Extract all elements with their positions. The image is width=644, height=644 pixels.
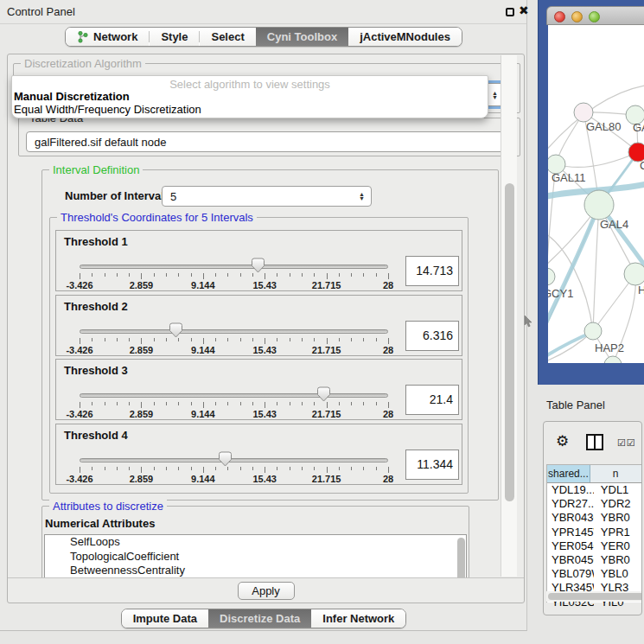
tab-select[interactable]: Select (200, 28, 255, 46)
cell-shared-name[interactable]: YPR145W (547, 526, 594, 539)
threshold-slider-track[interactable] (80, 329, 388, 334)
tab-network[interactable]: Network (66, 28, 149, 46)
tick-mark (166, 338, 167, 341)
tick-mark (277, 338, 277, 341)
table-panel: ⚙ ☑☑ shared... n YDL19...YDL1YDR27...YDR… (543, 421, 642, 615)
table-row[interactable]: YPR145WYPR1 (547, 526, 642, 539)
tick-mark (363, 273, 364, 277)
cell-name[interactable]: YBL0 (594, 567, 642, 581)
tick-mark (339, 273, 340, 277)
tick-mark (117, 273, 118, 277)
gear-icon[interactable]: ⚙ (556, 434, 569, 449)
tick-mark (117, 338, 118, 341)
tick-mark (314, 338, 315, 341)
tick-mark (314, 467, 315, 470)
tab-impute-data[interactable]: Impute Data (122, 609, 208, 628)
minimize-traffic-light-icon[interactable] (571, 11, 583, 22)
apply-row: Apply (8, 577, 524, 603)
tick-mark (178, 273, 179, 277)
algorithm-option[interactable]: Manual Discretization (14, 90, 130, 103)
cell-name[interactable]: YBR0 (594, 511, 642, 525)
zoom-traffic-light-icon[interactable] (589, 11, 600, 22)
algorithm-option[interactable]: Equal Width/Frequency Discretization (14, 103, 201, 116)
panel-scrollbar-thumb[interactable] (505, 183, 514, 501)
tick-mark (388, 467, 389, 473)
threshold-panel: Threshold 4-3.4262.8599.14415.4321.71528… (55, 424, 462, 485)
tick-mark (339, 467, 340, 470)
tick-mark (92, 402, 92, 405)
checkbox-pair-icon[interactable]: ☑☑ (617, 437, 636, 449)
cell-name[interactable]: YDR2 (594, 497, 642, 511)
table-row[interactable]: YDL19...YDL1 (547, 483, 642, 497)
tick-label: 9.144 (191, 345, 215, 355)
network-window-titlebar[interactable] (546, 6, 644, 25)
tab-infer-network[interactable]: Infer Network (311, 609, 405, 628)
table-hscrollbar-track[interactable] (546, 591, 641, 602)
network-node[interactable] (604, 356, 622, 363)
tab-discretize-data[interactable]: Discretize Data (208, 609, 311, 628)
network-node-gal80[interactable] (574, 103, 593, 122)
attribute-list-item[interactable]: TopologicalCoefficient (45, 550, 466, 564)
cell-shared-name[interactable]: YDR27... (547, 497, 594, 511)
table-row[interactable]: YBR045CYBR0 (547, 553, 642, 567)
tick-label: 21.715 (312, 345, 341, 355)
tab-style[interactable]: Style (150, 28, 199, 46)
threshold-slider-thumb[interactable] (316, 386, 331, 405)
cell-name[interactable]: YER0 (594, 539, 642, 553)
column-header-shared-name[interactable]: shared... (547, 465, 590, 482)
cell-name[interactable]: YDL1 (594, 483, 642, 497)
panel-scrollbar-track[interactable] (501, 55, 517, 577)
cell-shared-name[interactable]: YDL19... (547, 483, 594, 497)
tab-label: Select (211, 30, 244, 43)
cell-shared-name[interactable]: YBR043C (547, 511, 594, 525)
cell-name[interactable]: YPR1 (594, 526, 642, 539)
threshold-value-field[interactable]: 14.713 (405, 256, 459, 286)
tick-mark (191, 338, 192, 341)
network-canvas[interactable]: GAL80GACGAL11GAL4GCY1HHAP2 (548, 25, 644, 363)
threshold-value-field[interactable]: 6.316 (405, 321, 459, 351)
threshold-slider-thumb[interactable] (169, 322, 183, 341)
cell-shared-name[interactable]: YBL079W (547, 567, 594, 581)
tab-jactivemnodules[interactable]: jActiveMNodules (348, 28, 462, 46)
network-node-gcy1[interactable] (548, 268, 555, 285)
attribute-list-item[interactable]: SelfLoops (45, 535, 466, 550)
table-row[interactable]: YDR27...YDR2 (547, 497, 642, 511)
table-row[interactable]: YBL079WYBL0 (547, 567, 642, 581)
table-data-combo[interactable]: galFiltered.sif default node ▲▼ (26, 131, 514, 152)
node-attribute-table[interactable]: shared... n YDL19...YDL1YDR27...YDR2YBR0… (546, 464, 642, 603)
network-node-gal4[interactable] (584, 190, 614, 220)
threshold-slider-thumb[interactable] (218, 451, 233, 470)
table-hscrollbar-thumb[interactable] (548, 593, 642, 600)
close-traffic-light-icon[interactable] (554, 11, 565, 22)
float-window-icon[interactable] (506, 8, 514, 16)
network-edge (548, 233, 593, 331)
tick-mark (154, 338, 155, 341)
network-node-hap2[interactable] (584, 322, 602, 340)
threshold-value-field[interactable]: 21.4 (405, 385, 459, 415)
threshold-slider-track[interactable] (80, 458, 388, 462)
apply-button[interactable]: Apply (238, 582, 295, 600)
attribute-list-item[interactable]: BetweennessCentrality (45, 564, 466, 577)
tick-mark (351, 467, 352, 470)
tick-label: 28 (383, 474, 393, 484)
tick-mark (302, 273, 303, 277)
tab-cyni-toolbox[interactable]: Cyni Toolbox (256, 28, 348, 46)
threshold-slider-track[interactable] (80, 265, 388, 269)
column-header-name[interactable]: n (590, 465, 642, 482)
numerical-attributes-list[interactable]: SelfLoopsTopologicalCoefficientBetweenne… (44, 534, 467, 577)
table-row[interactable]: YBR043CYBR0 (547, 511, 642, 525)
split-columns-icon[interactable] (586, 434, 603, 450)
close-icon[interactable]: ✖ (519, 3, 529, 17)
cell-shared-name[interactable]: YBR045C (547, 553, 594, 567)
threshold-slider-track[interactable] (80, 393, 388, 398)
network-node-h[interactable] (624, 263, 644, 285)
table-row[interactable]: YER054CYER0 (547, 539, 642, 553)
number-of-intervals-combo[interactable]: 5 ▲▼ (162, 186, 372, 207)
cell-shared-name[interactable]: YER054C (547, 539, 594, 553)
threshold-value-field[interactable]: 11.344 (405, 450, 459, 480)
list-scrollbar[interactable] (457, 538, 465, 577)
threshold-slider-thumb[interactable] (251, 258, 265, 277)
cell-name[interactable]: YBR0 (594, 553, 642, 567)
tick-mark (388, 338, 389, 344)
tick-mark (80, 467, 80, 473)
